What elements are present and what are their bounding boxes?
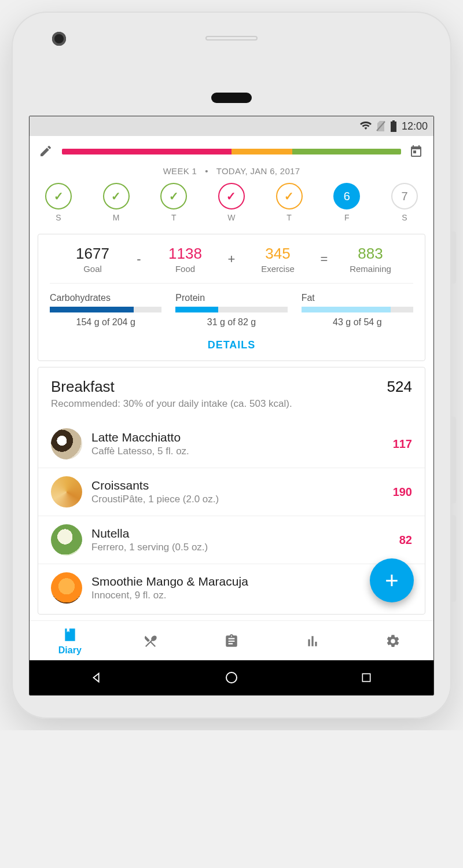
macro-fat-label: Fat: [302, 293, 413, 303]
remaining-label: Remaining: [330, 264, 411, 274]
macro-fat: Fat 43 g of 54 g: [302, 293, 413, 328]
svg-point-3: [226, 672, 237, 683]
day-cell-2[interactable]: T: [156, 183, 191, 222]
day-letter: F: [344, 213, 350, 222]
food-calories: 190: [393, 486, 412, 499]
macro-prot-text: 31 g of 82 g: [175, 317, 287, 328]
date-dot: •: [205, 166, 208, 176]
phone-camera: [52, 32, 66, 46]
svg-rect-2: [391, 122, 396, 132]
nav-plans[interactable]: [191, 621, 272, 660]
day-letter: T: [286, 213, 292, 222]
macro-prot-bar: [175, 307, 287, 312]
phone-frame: 12:00 WEEK 1 • TODAY, JAN 6,: [12, 12, 451, 719]
phone-earpiece: [211, 93, 252, 103]
food-name: Croissants: [91, 479, 384, 492]
progress-seg-remaining: [292, 149, 401, 155]
food-info: Latte MacchiattoCaffè Latesso, 5 fl. oz.: [91, 431, 384, 457]
day-cell-1[interactable]: M: [99, 183, 134, 222]
day-letter: S: [56, 213, 61, 222]
day-circle: 6: [333, 183, 360, 209]
calendar-icon[interactable]: [409, 144, 424, 159]
week-label: WEEK 1: [163, 166, 197, 176]
day-cell-4[interactable]: T: [272, 183, 307, 222]
macro-fat-text: 43 g of 54 g: [302, 317, 413, 328]
food-item: 1138 Food: [145, 245, 226, 274]
phone-power-button: [451, 231, 456, 284]
food-row[interactable]: CroissantsCroustiPâte, 1 piece (2.0 oz.)…: [38, 468, 425, 516]
utensils-icon: [142, 633, 159, 649]
macro-prot-label: Protein: [175, 293, 287, 303]
divider: [50, 283, 413, 284]
remaining-value: 883: [330, 245, 411, 263]
food-image: [51, 476, 82, 507]
day-circle: [45, 183, 72, 209]
macro-carb: Carbohydrates 154 g of 204 g: [50, 293, 161, 328]
svg-rect-1: [392, 120, 395, 122]
android-recent-icon[interactable]: [359, 670, 374, 685]
day-letter: M: [113, 213, 120, 222]
food-info: Smoothie Mango & MaracujaInnocent, 9 fl.…: [91, 575, 403, 601]
food-value: 1138: [145, 245, 226, 263]
nav-diary-label: Diary: [58, 645, 82, 656]
day-cell-6[interactable]: 7S: [387, 183, 422, 222]
no-sim-icon: [376, 121, 385, 131]
macro-carb-label: Carbohydrates: [50, 293, 161, 303]
progress-bar: [62, 149, 401, 155]
phone-volume-up: [451, 417, 456, 503]
food-row[interactable]: Smoothie Mango & MaracujaInnocent, 9 fl.…: [38, 564, 425, 612]
nav-diary[interactable]: Diary: [30, 621, 111, 660]
food-desc: CroustiPâte, 1 piece (2.0 oz.): [91, 494, 384, 505]
nav-settings[interactable]: [352, 621, 433, 660]
food-desc: Innocent, 9 fl. oz.: [91, 590, 403, 601]
food-desc: Ferrero, 1 serving (0.5 oz.): [91, 542, 390, 553]
bar-chart-icon: [304, 633, 321, 649]
progress-seg-food: [62, 149, 232, 155]
food-image: [51, 524, 82, 556]
exercise-value: 345: [237, 245, 318, 263]
meal-subtitle: Recommended: 30% of your daily intake (c…: [38, 398, 425, 415]
add-food-fab[interactable]: +: [370, 558, 414, 602]
macro-fat-bar: [302, 307, 413, 312]
day-circle: [103, 183, 130, 209]
food-info: CroissantsCroustiPâte, 1 piece (2.0 oz.): [91, 479, 384, 505]
macro-carb-text: 154 g of 204 g: [50, 317, 161, 328]
android-home-icon[interactable]: [224, 670, 239, 685]
food-calories: 82: [399, 534, 412, 547]
wifi-icon: [360, 122, 372, 131]
week-row: SMTWT6F7S: [39, 183, 424, 222]
goal-label: Goal: [52, 264, 133, 274]
op-minus: -: [133, 252, 145, 267]
phone-volume-down: [451, 515, 456, 602]
svg-rect-4: [362, 674, 370, 681]
details-button[interactable]: DETAILS: [38, 331, 425, 361]
edit-icon[interactable]: [39, 144, 54, 159]
nav-recipes[interactable]: [111, 621, 192, 660]
day-cell-5[interactable]: 6F: [329, 183, 364, 222]
macro-prot: Protein 31 g of 82 g: [175, 293, 287, 328]
day-circle: [276, 183, 303, 209]
day-cell-0[interactable]: S: [41, 183, 76, 222]
food-list: Latte MacchiattoCaffè Latesso, 5 fl. oz.…: [38, 420, 425, 612]
summary-card: 1677 Goal - 1138 Food + 345 Exercise = 8…: [38, 234, 425, 361]
bottom-nav: Diary: [30, 620, 433, 660]
day-cell-3[interactable]: W: [214, 183, 249, 222]
exercise-label: Exercise: [237, 264, 318, 274]
goal-value: 1677: [52, 245, 133, 263]
op-plus: +: [226, 252, 237, 267]
food-row[interactable]: NutellaFerrero, 1 serving (0.5 oz.)82: [38, 516, 425, 564]
android-back-icon[interactable]: [89, 670, 104, 685]
day-letter: W: [227, 213, 235, 222]
meal-title: Breakfast: [51, 378, 115, 396]
date-line: WEEK 1 • TODAY, JAN 6, 2017: [39, 166, 424, 176]
day-circle: 7: [391, 183, 418, 209]
gear-icon: [385, 633, 401, 649]
progress-seg-exercise: [232, 149, 292, 155]
nav-stats[interactable]: [272, 621, 353, 660]
macro-carb-bar: [50, 307, 161, 312]
food-calories: 117: [393, 437, 412, 451]
screen: 12:00 WEEK 1 • TODAY, JAN 6,: [29, 116, 434, 696]
food-row[interactable]: Latte MacchiattoCaffè Latesso, 5 fl. oz.…: [38, 420, 425, 468]
date-label: TODAY, JAN 6, 2017: [216, 166, 300, 176]
meal-card: Breakfast 524 Recommended: 30% of your d…: [38, 367, 425, 615]
